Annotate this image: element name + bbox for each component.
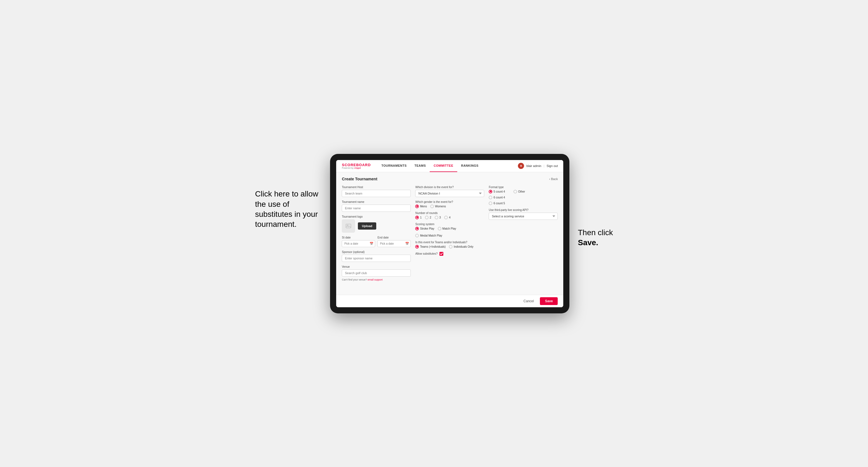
- start-date-wrap: 📅: [342, 240, 375, 247]
- back-link[interactable]: Back: [549, 177, 558, 181]
- substitutes-checkbox[interactable]: [439, 252, 443, 256]
- api-select[interactable]: Select a scoring service: [489, 213, 558, 220]
- rounds-4[interactable]: 4: [444, 216, 451, 219]
- rounds-radio-group: 1 2 3: [415, 216, 484, 219]
- scoring-label: Scoring system: [415, 223, 484, 226]
- round1-dot: [415, 216, 419, 219]
- start-calendar-icon: 📅: [370, 242, 373, 246]
- tablet-screen: SCOREBOARD Powered by clippd TOURNAMENTS…: [336, 160, 563, 307]
- sponsor-input[interactable]: [342, 255, 411, 262]
- avatar: B: [518, 163, 524, 169]
- page-title: Create Tournament: [342, 177, 377, 181]
- gender-radio-group: Mens Womens: [415, 205, 484, 208]
- save-button[interactable]: Save: [540, 297, 558, 305]
- nav-tournaments[interactable]: TOURNAMENTS: [377, 160, 410, 172]
- venue-hint: Can't find your venue? email support: [342, 278, 411, 281]
- end-date-label: End date: [377, 236, 411, 239]
- svg-rect-0: [346, 224, 351, 228]
- format-6count4[interactable]: 6 count 4: [489, 196, 558, 199]
- api-group: Use third-party live scoring API? Select…: [489, 209, 558, 220]
- scoring-group: Scoring system Stroke Play Match Play: [415, 223, 484, 238]
- round4-dot: [444, 216, 448, 219]
- sponsor-group: Sponsor (optional): [342, 250, 411, 262]
- end-calendar-icon: 📅: [405, 242, 409, 246]
- logo-group: Tournament logo Upload: [342, 215, 411, 233]
- gender-group: Which gender is the event for? Mens Wome…: [415, 200, 484, 208]
- rounds-label: Number of rounds: [415, 212, 484, 215]
- format-group: Format type 5 count 4 Other: [489, 186, 558, 205]
- annotation-right: Then click Save.: [578, 227, 613, 248]
- logo: SCOREBOARD Powered by clippd: [342, 163, 371, 169]
- start-date-label: St date: [342, 236, 375, 239]
- upload-button[interactable]: Upload: [358, 222, 376, 229]
- email-support-link[interactable]: email support: [368, 278, 383, 281]
- start-date-group: St date 📅: [342, 236, 375, 247]
- annotation-left: Click here to allow the use of substitut…: [255, 189, 322, 229]
- nav-committee[interactable]: COMMITTEE: [430, 160, 457, 172]
- teams-label: Is this event for Teams and/or Individua…: [415, 241, 484, 244]
- individuals-dot: [449, 245, 453, 249]
- end-date-wrap: 📅: [377, 240, 411, 247]
- logo-upload-row: Upload: [342, 219, 411, 233]
- nav-bar: SCOREBOARD Powered by clippd TOURNAMENTS…: [336, 160, 563, 172]
- scoring-radio-group: Stroke Play Match Play Medal Match Play: [415, 227, 484, 238]
- womens-radio-dot: [430, 205, 434, 208]
- end-date-group: End date 📅: [377, 236, 411, 247]
- nav-rankings[interactable]: RANKINGS: [457, 160, 483, 172]
- stroke-dot: [415, 227, 419, 230]
- api-label: Use third-party live scoring API?: [489, 209, 558, 212]
- format-label: Format type: [489, 186, 558, 189]
- host-group: Tournament Host: [342, 186, 411, 197]
- mens-radio-dot: [415, 205, 419, 208]
- teams-radio-group: Teams (+Individuals) Individuals Only: [415, 245, 484, 249]
- scoring-medal[interactable]: Medal Match Play: [415, 234, 442, 238]
- logo-placeholder: [342, 219, 355, 233]
- nav-teams[interactable]: TEAMS: [410, 160, 430, 172]
- name-input[interactable]: [342, 205, 411, 212]
- venue-input[interactable]: [342, 270, 411, 277]
- teams-dot: [415, 245, 419, 249]
- logo-sub: Powered by clippd: [342, 167, 371, 169]
- teams-plus-individuals[interactable]: Teams (+Individuals): [415, 245, 445, 249]
- format2-dot: [489, 196, 492, 199]
- footer-bar: Cancel Save: [336, 295, 563, 307]
- venue-label: Venue: [342, 265, 411, 268]
- substitutes-label: Allow substitutes?: [415, 252, 437, 255]
- tablet-frame: SCOREBOARD Powered by clippd TOURNAMENTS…: [330, 154, 569, 313]
- format-row-1: 5 count 4 Other: [489, 190, 558, 193]
- cancel-button[interactable]: Cancel: [520, 298, 537, 305]
- rounds-1[interactable]: 1: [415, 216, 422, 219]
- medal-dot: [415, 234, 419, 238]
- sponsor-label: Sponsor (optional): [342, 250, 411, 253]
- page-header: Create Tournament Back: [342, 177, 558, 181]
- individuals-only[interactable]: Individuals Only: [449, 245, 473, 249]
- name-label: Tournament name: [342, 200, 411, 204]
- rounds-2[interactable]: 2: [425, 216, 431, 219]
- scoring-stroke[interactable]: Stroke Play: [415, 227, 434, 230]
- scoring-match[interactable]: Match Play: [438, 227, 456, 230]
- sign-out-link[interactable]: Sign out: [547, 164, 558, 167]
- user-name: blair admin: [526, 164, 541, 167]
- page-content: Create Tournament Back Tournament Host T…: [336, 172, 563, 295]
- format-5count4[interactable]: 5 count 4: [489, 190, 505, 193]
- substitutes-wrap: Allow substitutes?: [415, 252, 484, 256]
- gender-womens[interactable]: Womens: [430, 205, 446, 208]
- nav-links: TOURNAMENTS TEAMS COMMITTEE RANKINGS: [377, 160, 518, 172]
- form-col-1: Tournament Host Tournament name Tourname…: [342, 186, 411, 281]
- format-other[interactable]: Other: [514, 190, 525, 193]
- substitutes-group: Allow substitutes?: [415, 252, 484, 256]
- format-6count5[interactable]: 6 count 5: [489, 201, 558, 205]
- format-options: 5 count 4 Other 6 count 4: [489, 190, 558, 205]
- division-group: Which division is the event for? NCAA Di…: [415, 186, 484, 197]
- rounds-3[interactable]: 3: [435, 216, 441, 219]
- format-other-dot: [514, 190, 517, 193]
- teams-group: Is this event for Teams and/or Individua…: [415, 241, 484, 249]
- host-input[interactable]: [342, 190, 411, 197]
- format3-dot: [489, 201, 492, 205]
- gender-mens[interactable]: Mens: [415, 205, 427, 208]
- division-select[interactable]: NCAA Division I: [415, 190, 484, 197]
- division-label: Which division is the event for?: [415, 186, 484, 189]
- logo-main: SCOREBOARD: [342, 163, 371, 167]
- nav-user: B blair admin | Sign out: [518, 163, 558, 169]
- form-grid: Tournament Host Tournament name Tourname…: [342, 186, 558, 281]
